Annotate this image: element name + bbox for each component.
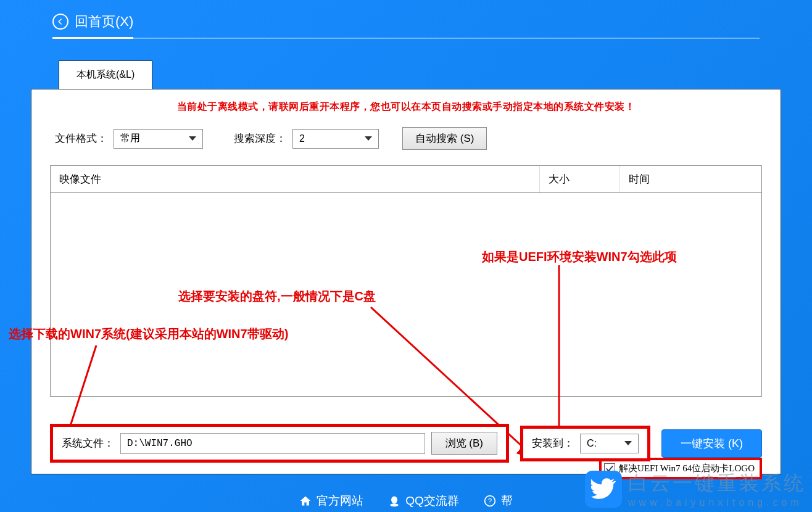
file-format-value: 常用 <box>120 132 140 145</box>
system-file-box: 系统文件： 浏览 (B) <box>50 424 509 463</box>
file-format-select[interactable]: 常用 <box>114 129 203 149</box>
qq-group-link[interactable]: QQ交流群 <box>388 493 459 509</box>
image-file-table[interactable]: 映像文件 大小 时间 <box>50 165 762 397</box>
qq-icon <box>388 495 400 507</box>
one-click-install-button[interactable]: 一键安装 (K) <box>661 429 762 458</box>
help-label: 帮 <box>501 493 513 509</box>
file-format-label: 文件格式： <box>55 131 107 146</box>
svg-text:?: ? <box>488 497 492 505</box>
back-arrow-icon <box>52 14 68 30</box>
chevron-down-icon <box>189 136 196 141</box>
footer-links: 官方网站 QQ交流群 ? 帮 <box>0 493 812 509</box>
auto-search-button[interactable]: 自动搜索 (S) <box>402 127 487 150</box>
offline-warning: 当前处于离线模式，请联网后重开本程序，您也可以在本页自动搜索或手动指定本地的系统… <box>50 101 762 114</box>
table-header: 映像文件 大小 时间 <box>51 166 761 193</box>
search-depth-value: 2 <box>299 133 305 144</box>
install-button-label: 一键安装 (K) <box>681 437 743 450</box>
system-file-label: 系统文件： <box>62 436 114 450</box>
system-file-input[interactable] <box>120 433 425 454</box>
home-icon <box>299 495 312 507</box>
tab-label: 本机系统(&L) <box>77 69 135 80</box>
search-depth-label: 搜索深度： <box>234 131 286 146</box>
tab-local-system[interactable]: 本机系统(&L) <box>59 60 152 89</box>
col-time: 时间 <box>619 166 761 192</box>
back-home-label: 回首页(X) <box>75 12 133 31</box>
install-to-select[interactable]: C: <box>580 434 639 453</box>
official-site-link[interactable]: 官方网站 <box>299 493 363 509</box>
bottom-controls: 系统文件： 浏览 (B) 安装到： C: 一键安装 (K) <box>50 424 762 463</box>
help-link[interactable]: ? 帮 <box>484 493 513 509</box>
install-target-box: 安装到： C: <box>520 426 650 461</box>
col-size: 大小 <box>539 166 619 192</box>
uefi-fix-label: 解决UEFI Win7 64位启动卡LOGO <box>619 463 755 474</box>
col-image-file: 映像文件 <box>51 166 539 192</box>
filter-row: 文件格式： 常用 搜索深度： 2 自动搜索 (S) <box>50 127 762 150</box>
header-divider <box>52 38 760 39</box>
official-site-label: 官方网站 <box>317 493 363 509</box>
chevron-down-icon <box>624 441 632 445</box>
browse-label: 浏览 (B) <box>445 437 483 449</box>
svg-point-3 <box>391 497 397 504</box>
auto-search-label: 自动搜索 (S) <box>415 133 474 144</box>
panel-body: 当前处于离线模式，请联网后重开本程序，您也可以在本页自动搜索或手动指定本地的系统… <box>31 89 781 474</box>
qq-group-label: QQ交流群 <box>405 493 459 509</box>
back-home-button[interactable]: 回首页(X) <box>52 12 133 39</box>
help-icon: ? <box>484 495 496 507</box>
svg-point-4 <box>391 503 399 506</box>
install-to-label: 安装到： <box>532 436 574 450</box>
browse-button[interactable]: 浏览 (B) <box>431 432 497 455</box>
uefi-fix-checkbox[interactable] <box>604 463 615 474</box>
search-depth-select[interactable]: 2 <box>292 129 379 149</box>
chevron-down-icon <box>365 136 372 141</box>
install-to-value: C: <box>587 438 597 449</box>
